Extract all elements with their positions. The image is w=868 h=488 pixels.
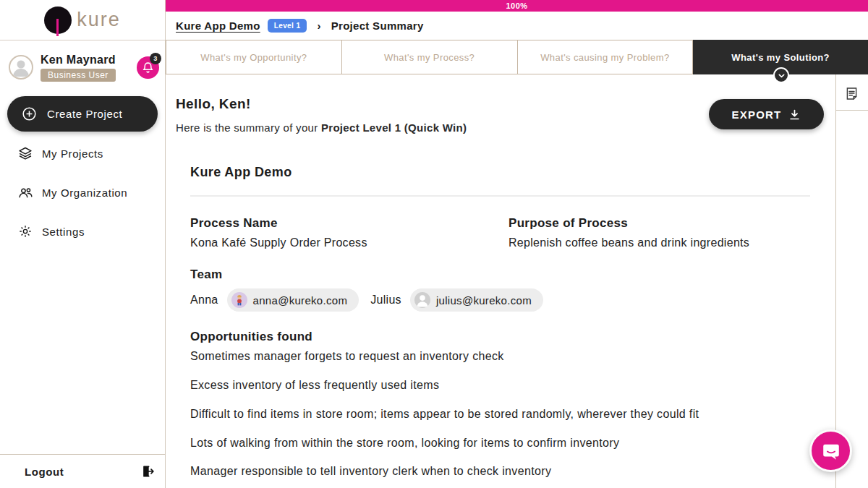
breadcrumb: Kure App Demo Level 1 › Project Summary <box>166 12 868 40</box>
purpose-label: Purpose of Process <box>509 216 628 231</box>
notes-panel-button[interactable] <box>843 85 860 102</box>
team-member-chip[interactable]: julius@kureko.com <box>410 288 543 312</box>
project-title: Kure App Demo <box>190 165 292 180</box>
team-row: Anna anna@kureko.com Julius julius@kurek… <box>190 288 543 312</box>
team-member-chip[interactable]: anna@kureko.com <box>227 288 359 312</box>
logout-bar: Logout <box>0 454 165 488</box>
download-icon <box>788 108 801 121</box>
section-divider <box>190 195 810 197</box>
opportunity-item: Excess inventory of less frequently used… <box>190 379 439 392</box>
user-role-badge: Business User <box>41 69 116 82</box>
right-panel-divider-h <box>835 110 868 111</box>
right-panel-divider <box>835 74 836 488</box>
tab-bar: What's my Opportunity? What's my Process… <box>166 40 868 74</box>
team-member-name: Julius <box>370 294 401 307</box>
user-name: Ken Maynard <box>41 53 116 67</box>
collapse-tabs-button[interactable] <box>773 67 789 83</box>
opportunity-item: Sometimes manager forgets to request an … <box>190 350 504 363</box>
summary-line: Here is the summary of your Project Leve… <box>176 121 467 134</box>
tab-opportunity[interactable]: What's my Opportunity? <box>166 40 342 74</box>
logout-button[interactable]: Logout <box>25 466 64 478</box>
process-name-label: Process Name <box>190 216 278 231</box>
plus-circle-icon <box>22 106 37 121</box>
member-avatar <box>231 292 247 308</box>
chat-bubble-icon <box>820 440 842 462</box>
opportunities-label: Opportunities found <box>190 330 312 344</box>
sidebar-item-label: Settings <box>42 226 85 238</box>
kure-logo-icon <box>44 7 72 34</box>
export-button[interactable]: EXPORT <box>709 99 824 129</box>
kure-logo-text: kure <box>77 9 121 31</box>
chevron-down-icon <box>778 72 786 80</box>
member-email: julius@kureko.com <box>436 294 532 307</box>
sidebar-item-settings[interactable]: Settings <box>0 217 165 246</box>
sidebar-item-my-organization[interactable]: My Organization <box>0 178 165 207</box>
member-avatar <box>414 292 430 308</box>
purpose-value: Replenish coffee beans and drink ingredi… <box>509 236 749 249</box>
person-icon <box>10 56 32 78</box>
people-icon <box>17 185 33 200</box>
create-project-label: Create Project <box>47 108 122 120</box>
tab-problem[interactable]: What's causing my Problem? <box>518 40 694 74</box>
layers-icon <box>17 146 33 160</box>
tab-process[interactable]: What's my Process? <box>342 40 518 74</box>
document-icon <box>844 86 859 101</box>
notification-count-badge: 3 <box>150 53 161 64</box>
level-badge: Level 1 <box>268 19 307 33</box>
opportunity-item: Manager responsible to tell inventory cl… <box>190 465 551 478</box>
summary-prefix: Here is the summary of your <box>176 121 321 134</box>
member-email: anna@kureko.com <box>253 294 348 307</box>
chevron-right-icon: › <box>317 20 320 32</box>
sidebar: kure Ken Maynard Business User 3 Create … <box>0 0 166 488</box>
progress-label: 100% <box>506 1 527 10</box>
team-member-name: Anna <box>190 294 218 307</box>
summary-project-level: Project Level 1 (Quick Win) <box>321 121 467 134</box>
gear-icon <box>17 224 33 239</box>
progress-bar: 100% <box>166 0 868 12</box>
breadcrumb-current: Project Summary <box>331 20 424 32</box>
sidebar-item-my-projects[interactable]: My Projects <box>0 139 165 168</box>
user-avatar[interactable] <box>9 55 33 80</box>
logout-icon[interactable] <box>140 464 155 479</box>
chat-widget-button[interactable] <box>809 429 852 472</box>
kure-logo[interactable]: kure <box>44 7 121 34</box>
team-label: Team <box>190 267 222 282</box>
create-project-button[interactable]: Create Project <box>7 96 158 132</box>
opportunity-item: Lots of walking from within the store ro… <box>190 437 619 450</box>
process-name-value: Kona Kafé Supply Order Process <box>190 236 367 249</box>
breadcrumb-project-link[interactable]: Kure App Demo <box>176 20 260 32</box>
sidebar-header: kure <box>0 0 165 40</box>
sidebar-item-label: My Organization <box>42 187 127 199</box>
export-label: EXPORT <box>732 108 782 121</box>
sidebar-item-label: My Projects <box>42 147 103 160</box>
greeting: Hello, Ken! <box>176 96 251 112</box>
opportunity-item: Difficult to find items in store room; i… <box>190 408 699 421</box>
